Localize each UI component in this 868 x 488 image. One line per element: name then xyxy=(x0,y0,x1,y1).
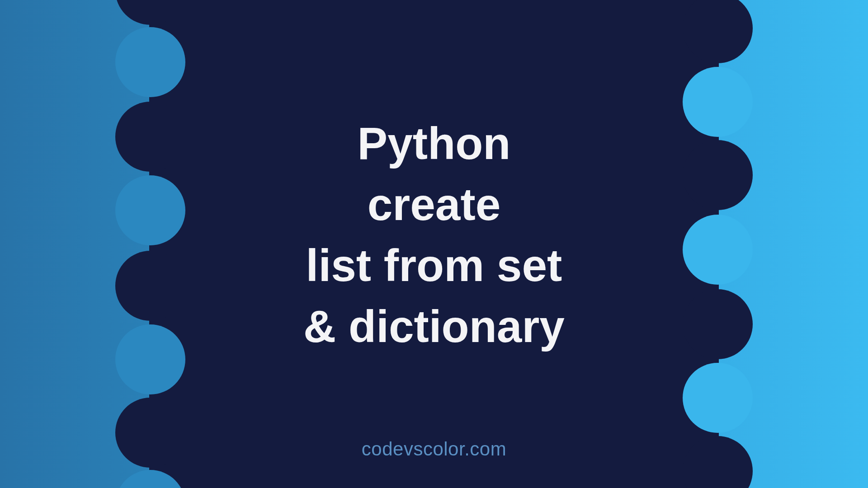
title-line-2: create xyxy=(303,174,565,235)
title-text: Python create list from set & dictionary xyxy=(303,113,565,357)
footer-watermark: codevscolor.com xyxy=(0,438,868,460)
main-content: Python create list from set & dictionary xyxy=(0,0,868,488)
title-line-4: & dictionary xyxy=(303,296,565,357)
title-line-3: list from set xyxy=(303,235,565,296)
title-line-1: Python xyxy=(303,113,565,174)
